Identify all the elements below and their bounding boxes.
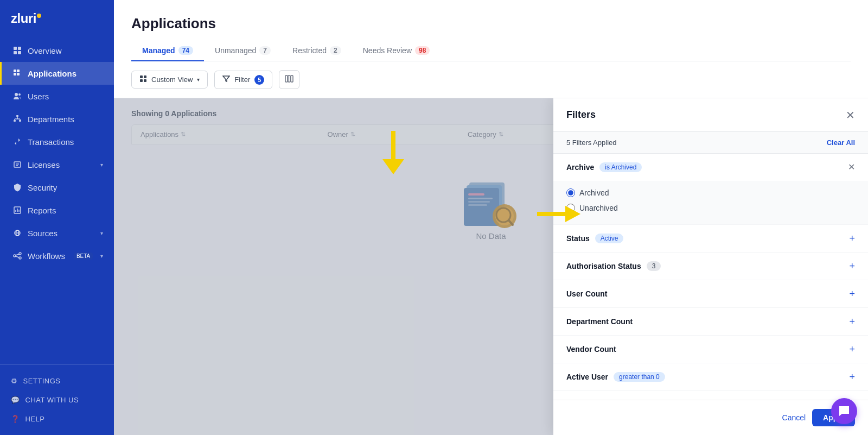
svg-rect-33: [144, 75, 146, 78]
svg-rect-6: [14, 73, 16, 75]
tab-managed[interactable]: Managed 74: [131, 41, 204, 61]
filter-dept-count-add-button[interactable]: +: [849, 317, 855, 326]
svg-rect-17: [14, 162, 21, 167]
svg-line-31: [16, 256, 19, 257]
sidebar-item-security[interactable]: Security: [0, 176, 114, 199]
svg-line-30: [16, 254, 19, 255]
filter-cancel-button[interactable]: Cancel: [782, 413, 806, 422]
filter-user-count-add-button[interactable]: +: [849, 289, 855, 299]
sidebar-item-label: Applications: [28, 69, 76, 78]
tab-restricted[interactable]: Restricted 2: [282, 41, 352, 61]
svg-rect-32: [140, 75, 143, 78]
apps-icon: [12, 68, 22, 78]
chat-label: CHAT WITH US: [25, 396, 79, 404]
chat-bubble-button[interactable]: [831, 398, 857, 424]
radio-unarchived-label: Unarchived: [579, 204, 618, 212]
sidebar-item-label: Departments: [28, 115, 74, 124]
tab-count: 98: [415, 46, 430, 55]
filter-row-vendor-count-header[interactable]: Vendor Count +: [553, 336, 868, 363]
filter-archive-tag: is Archived: [599, 162, 642, 172]
filter-active-user-label: Active User: [566, 373, 608, 381]
chat-item[interactable]: 💬 CHAT WITH US: [0, 390, 114, 409]
help-item[interactable]: ❓ HELP: [0, 409, 114, 428]
filter-row-auth-left: Authorisation Status 3: [566, 261, 661, 271]
sidebar-item-departments[interactable]: Departments: [0, 108, 114, 130]
tab-unmanaged[interactable]: Unmanaged 7: [204, 41, 282, 61]
svg-point-27: [14, 255, 16, 257]
logo-area: zluri: [0, 0, 114, 35]
main-content: Applications Managed 74 Unmanaged 7 Rest…: [114, 0, 868, 435]
chevron-down-icon: ▾: [197, 77, 200, 83]
filter-icon: [222, 75, 230, 84]
filter-user-count-label: User Count: [566, 289, 607, 298]
filter-panel: Filters ✕ 5 Filters Applied Clear All Ar…: [553, 98, 868, 435]
filter-auth-add-button[interactable]: +: [849, 261, 855, 271]
filter-vendor-count-label: Vendor Count: [566, 345, 616, 354]
filter-status-add-button[interactable]: +: [849, 234, 855, 243]
filter-row-active-user: Active User greater than 0 +: [553, 363, 868, 391]
sidebar-item-applications[interactable]: Applications: [0, 62, 114, 85]
filter-row-dept-count-header[interactable]: Department Count +: [553, 308, 868, 335]
sidebar-item-label: Reports: [28, 206, 56, 215]
sidebar-item-transactions[interactable]: Transactions: [0, 130, 114, 153]
radio-archived-input[interactable]: [566, 188, 575, 197]
grid-icon: [12, 46, 22, 55]
tab-label: Restricted: [292, 46, 327, 55]
filter-row-status: Status Active +: [553, 225, 868, 253]
filter-row-user-count-header[interactable]: User Count +: [553, 280, 868, 307]
filter-row-auth-status: Authorisation Status 3 +: [553, 253, 868, 280]
svg-point-8: [15, 93, 18, 96]
filter-count-badge: 5: [254, 75, 264, 85]
filter-label: Filter: [234, 75, 250, 84]
radio-unarchived-input[interactable]: [566, 204, 575, 212]
settings-item[interactable]: ⚙ SETTINGS: [0, 371, 114, 390]
sidebar-nav: Overview Applications Users Departments: [0, 35, 114, 364]
sidebar-item-sources[interactable]: Sources ▾: [0, 222, 114, 244]
filter-row-active-user-header[interactable]: Active User greater than 0 +: [553, 363, 868, 390]
svg-rect-10: [16, 115, 18, 117]
shield-icon: [12, 182, 22, 192]
filter-panel-header: Filters ✕: [553, 98, 868, 132]
filter-archive-remove-button[interactable]: ✕: [848, 163, 855, 172]
filter-row-archive-header[interactable]: Archive is Archived ✕: [553, 154, 868, 181]
svg-point-29: [19, 257, 21, 259]
filter-row-inactive-users-header[interactable]: Inactive Users +: [553, 391, 868, 400]
radio-archived[interactable]: Archived: [566, 185, 855, 200]
clear-all-button[interactable]: Clear All: [827, 138, 855, 147]
columns-button[interactable]: [279, 70, 299, 89]
sidebar-item-overview[interactable]: Overview: [0, 39, 114, 62]
custom-view-button[interactable]: Custom View ▾: [131, 71, 208, 89]
filter-vendor-count-add-button[interactable]: +: [849, 344, 855, 354]
svg-rect-3: [18, 51, 21, 54]
filter-row-vendor-left: Vendor Count: [566, 345, 616, 354]
filter-row-status-left: Status Active: [566, 234, 623, 243]
transaction-icon: [12, 137, 22, 147]
tab-needs-review[interactable]: Needs Review 98: [352, 41, 441, 61]
license-icon: [12, 160, 22, 169]
sidebar-item-reports[interactable]: Reports: [0, 199, 114, 222]
columns-icon: [285, 74, 293, 85]
filter-active-user-add-button[interactable]: +: [849, 372, 855, 382]
sidebar-item-workflows[interactable]: Workflows BETA ▾: [0, 244, 114, 267]
help-label: HELP: [25, 415, 45, 423]
svg-rect-0: [14, 47, 17, 50]
sidebar-item-licenses[interactable]: Licenses ▾: [0, 153, 114, 176]
radio-unarchived[interactable]: Unarchived: [566, 200, 855, 216]
chevron-icon: ▾: [100, 162, 103, 168]
page-header: Applications Managed 74 Unmanaged 7 Rest…: [114, 0, 868, 61]
filter-row-status-header[interactable]: Status Active +: [553, 225, 868, 252]
filter-close-button[interactable]: ✕: [846, 110, 855, 121]
svg-rect-4: [14, 70, 16, 72]
svg-rect-34: [140, 79, 143, 82]
filter-button[interactable]: Filter 5: [214, 71, 272, 89]
sidebar-item-label: Licenses: [28, 160, 60, 169]
beta-badge: BETA: [74, 253, 93, 260]
filter-row-auth-status-header[interactable]: Authorisation Status 3 +: [553, 253, 868, 280]
filter-archive-label: Archive: [566, 163, 594, 172]
sidebar-item-label: Sources: [28, 229, 58, 238]
filter-status-tag: Active: [595, 234, 624, 243]
sidebar-item-label: Transactions: [28, 137, 74, 147]
users-icon: [12, 91, 22, 101]
sidebar-item-users[interactable]: Users: [0, 85, 114, 108]
chat-bubble-icon: [838, 405, 850, 417]
